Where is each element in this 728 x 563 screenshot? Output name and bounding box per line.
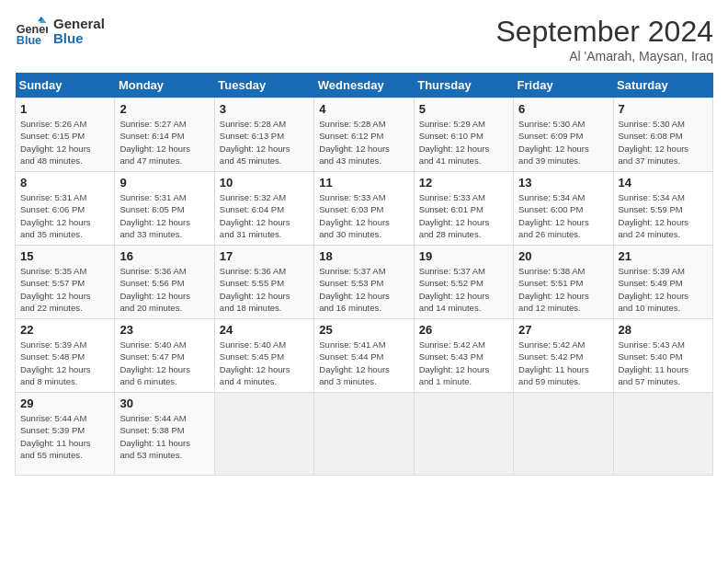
calendar-cell: 12Sunrise: 5:33 AM Sunset: 6:01 PM Dayli… (414, 172, 513, 246)
calendar-cell: 18Sunrise: 5:37 AM Sunset: 5:53 PM Dayli… (314, 246, 414, 319)
day-info: Sunrise: 5:40 AM Sunset: 5:47 PM Dayligh… (119, 339, 209, 387)
calendar-cell: 4Sunrise: 5:28 AM Sunset: 6:12 PM Daylig… (314, 98, 414, 172)
calendar-cell: 17Sunrise: 5:36 AM Sunset: 5:55 PM Dayli… (214, 246, 313, 319)
day-info: Sunrise: 5:27 AM Sunset: 6:14 PM Dayligh… (119, 118, 209, 167)
header-sunday: Sunday (16, 73, 115, 98)
calendar-week-row: 29Sunrise: 5:44 AM Sunset: 5:39 PM Dayli… (16, 393, 713, 476)
calendar-table: SundayMondayTuesdayWednesdayThursdayFrid… (15, 73, 713, 476)
location-subtitle: Al 'Amarah, Maysan, Iraq (495, 49, 713, 63)
header-tuesday: Tuesday (214, 73, 313, 98)
day-info: Sunrise: 5:41 AM Sunset: 5:44 PM Dayligh… (319, 339, 408, 387)
day-number: 16 (119, 249, 209, 263)
day-number: 26 (419, 323, 508, 337)
day-info: Sunrise: 5:33 AM Sunset: 6:03 PM Dayligh… (319, 191, 408, 240)
day-info: Sunrise: 5:37 AM Sunset: 5:52 PM Dayligh… (419, 265, 508, 314)
logo: General Blue General Blue (15, 15, 105, 48)
day-info: Sunrise: 5:44 AM Sunset: 5:39 PM Dayligh… (20, 412, 109, 461)
calendar-cell (314, 393, 414, 476)
month-title: September 2024 (495, 15, 713, 49)
calendar-cell: 23Sunrise: 5:40 AM Sunset: 5:47 PM Dayli… (115, 319, 214, 393)
day-info: Sunrise: 5:31 AM Sunset: 6:05 PM Dayligh… (119, 191, 209, 240)
day-info: Sunrise: 5:28 AM Sunset: 6:12 PM Dayligh… (319, 118, 408, 167)
logo-icon: General Blue (15, 15, 48, 48)
calendar-cell: 1Sunrise: 5:26 AM Sunset: 6:15 PM Daylig… (16, 98, 115, 172)
day-number: 8 (20, 176, 109, 190)
calendar-cell: 15Sunrise: 5:35 AM Sunset: 5:57 PM Dayli… (16, 246, 115, 319)
day-info: Sunrise: 5:40 AM Sunset: 5:45 PM Dayligh… (220, 339, 309, 387)
day-info: Sunrise: 5:26 AM Sunset: 6:15 PM Dayligh… (20, 118, 109, 167)
calendar-cell: 16Sunrise: 5:36 AM Sunset: 5:56 PM Dayli… (115, 246, 214, 319)
header-wednesday: Wednesday (314, 73, 414, 98)
calendar-week-row: 1Sunrise: 5:26 AM Sunset: 6:15 PM Daylig… (16, 98, 713, 172)
day-number: 12 (419, 176, 508, 190)
day-info: Sunrise: 5:28 AM Sunset: 6:13 PM Dayligh… (220, 118, 309, 167)
calendar-cell: 30Sunrise: 5:44 AM Sunset: 5:38 PM Dayli… (115, 393, 214, 476)
day-info: Sunrise: 5:34 AM Sunset: 5:59 PM Dayligh… (619, 191, 708, 240)
calendar-cell: 28Sunrise: 5:43 AM Sunset: 5:40 PM Dayli… (613, 319, 712, 393)
calendar-cell: 5Sunrise: 5:29 AM Sunset: 6:10 PM Daylig… (414, 98, 513, 172)
day-number: 6 (518, 102, 608, 116)
day-number: 30 (119, 396, 209, 410)
day-info: Sunrise: 5:42 AM Sunset: 5:43 PM Dayligh… (419, 339, 508, 387)
calendar-cell: 19Sunrise: 5:37 AM Sunset: 5:52 PM Dayli… (414, 246, 513, 319)
day-info: Sunrise: 5:33 AM Sunset: 6:01 PM Dayligh… (419, 191, 508, 240)
calendar-cell: 10Sunrise: 5:32 AM Sunset: 6:04 PM Dayli… (214, 172, 313, 246)
day-number: 27 (518, 323, 608, 337)
calendar-week-row: 15Sunrise: 5:35 AM Sunset: 5:57 PM Dayli… (16, 246, 713, 319)
day-number: 29 (20, 396, 109, 410)
calendar-cell: 11Sunrise: 5:33 AM Sunset: 6:03 PM Dayli… (314, 172, 414, 246)
day-number: 7 (619, 102, 708, 116)
header-monday: Monday (115, 73, 214, 98)
header-thursday: Thursday (414, 73, 513, 98)
calendar-cell: 29Sunrise: 5:44 AM Sunset: 5:39 PM Dayli… (16, 393, 115, 476)
calendar-cell: 26Sunrise: 5:42 AM Sunset: 5:43 PM Dayli… (414, 319, 513, 393)
day-number: 2 (119, 102, 209, 116)
day-number: 10 (220, 176, 309, 190)
day-number: 28 (619, 323, 708, 337)
day-number: 21 (619, 249, 708, 263)
day-number: 22 (20, 323, 109, 337)
day-info: Sunrise: 5:42 AM Sunset: 5:42 PM Dayligh… (518, 339, 608, 387)
logo-general: General (53, 17, 105, 32)
calendar-cell: 8Sunrise: 5:31 AM Sunset: 6:06 PM Daylig… (16, 172, 115, 246)
calendar-cell (514, 393, 613, 476)
logo-blue: Blue (53, 31, 105, 47)
calendar-cell (214, 393, 313, 476)
day-number: 24 (220, 323, 309, 337)
calendar-cell: 24Sunrise: 5:40 AM Sunset: 5:45 PM Dayli… (214, 319, 313, 393)
calendar-cell: 25Sunrise: 5:41 AM Sunset: 5:44 PM Dayli… (314, 319, 414, 393)
day-info: Sunrise: 5:39 AM Sunset: 5:48 PM Dayligh… (20, 339, 109, 387)
calendar-cell: 3Sunrise: 5:28 AM Sunset: 6:13 PM Daylig… (214, 98, 313, 172)
calendar-cell: 7Sunrise: 5:30 AM Sunset: 6:08 PM Daylig… (613, 98, 712, 172)
day-number: 11 (319, 176, 408, 190)
day-number: 1 (20, 102, 109, 116)
day-info: Sunrise: 5:35 AM Sunset: 5:57 PM Dayligh… (20, 265, 109, 314)
day-info: Sunrise: 5:38 AM Sunset: 5:51 PM Dayligh… (518, 265, 608, 314)
day-number: 18 (319, 249, 408, 263)
day-number: 20 (518, 249, 608, 263)
svg-text:Blue: Blue (17, 34, 41, 47)
calendar-cell: 21Sunrise: 5:39 AM Sunset: 5:49 PM Dayli… (613, 246, 712, 319)
day-number: 5 (419, 102, 508, 116)
calendar-header-row: SundayMondayTuesdayWednesdayThursdayFrid… (16, 73, 713, 98)
day-info: Sunrise: 5:34 AM Sunset: 6:00 PM Dayligh… (518, 191, 608, 240)
day-number: 3 (220, 102, 309, 116)
day-info: Sunrise: 5:29 AM Sunset: 6:10 PM Dayligh… (419, 118, 508, 167)
day-info: Sunrise: 5:30 AM Sunset: 6:08 PM Dayligh… (619, 118, 708, 167)
day-number: 25 (319, 323, 408, 337)
calendar-cell: 6Sunrise: 5:30 AM Sunset: 6:09 PM Daylig… (514, 98, 613, 172)
calendar-cell: 13Sunrise: 5:34 AM Sunset: 6:00 PM Dayli… (514, 172, 613, 246)
calendar-cell: 20Sunrise: 5:38 AM Sunset: 5:51 PM Dayli… (514, 246, 613, 319)
day-number: 14 (619, 176, 708, 190)
day-number: 23 (119, 323, 209, 337)
day-info: Sunrise: 5:36 AM Sunset: 5:55 PM Dayligh… (220, 265, 309, 314)
calendar-cell (613, 393, 712, 476)
calendar-cell: 2Sunrise: 5:27 AM Sunset: 6:14 PM Daylig… (115, 98, 214, 172)
day-info: Sunrise: 5:39 AM Sunset: 5:49 PM Dayligh… (619, 265, 708, 314)
calendar-cell: 14Sunrise: 5:34 AM Sunset: 5:59 PM Dayli… (613, 172, 712, 246)
day-info: Sunrise: 5:31 AM Sunset: 6:06 PM Dayligh… (20, 191, 109, 240)
day-number: 17 (220, 249, 309, 263)
day-number: 4 (319, 102, 408, 116)
day-info: Sunrise: 5:43 AM Sunset: 5:40 PM Dayligh… (619, 339, 708, 387)
calendar-week-row: 22Sunrise: 5:39 AM Sunset: 5:48 PM Dayli… (16, 319, 713, 393)
